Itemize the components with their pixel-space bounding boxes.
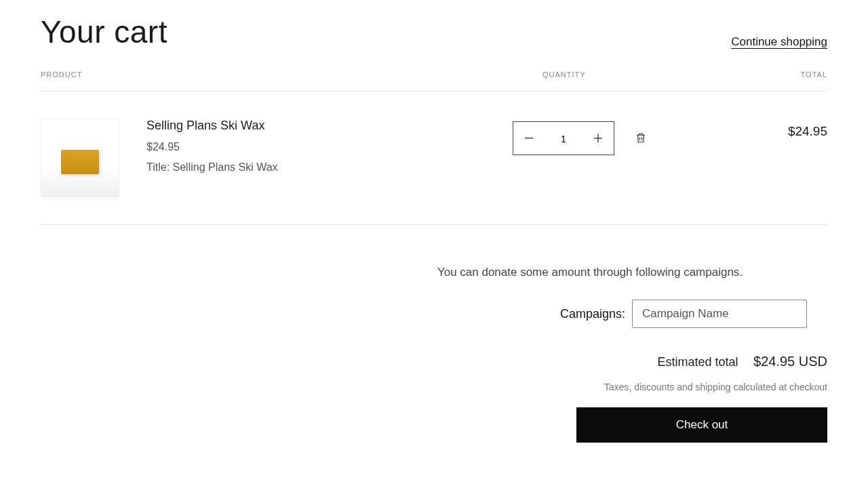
product-column-header: PRODUCT [41,70,515,79]
product-title-line: Title: Selling Plans Ski Wax [146,161,499,174]
quantity-input[interactable] [545,122,583,155]
product-thumbnail [41,119,119,197]
estimated-total-amount: $24.95 USD [753,354,827,369]
product-price: $24.95 [146,141,499,153]
line-total: $24.95 [682,119,827,139]
remove-item-button[interactable] [635,131,647,146]
product-name: Selling Plans Ski Wax [146,119,499,133]
donate-message: You can donate some amount through follo… [353,266,827,279]
trash-icon [635,131,647,144]
campaigns-select[interactable]: Campaign Name [632,300,807,328]
checkout-button[interactable]: Check out [576,407,827,443]
tax-note: Taxes, discounts and shipping calculated… [41,382,827,392]
svg-rect-2 [594,138,602,139]
minus-icon [525,138,533,139]
page-title: Your cart [41,14,167,50]
product-image [61,150,99,174]
increase-quantity-button[interactable] [583,122,614,155]
svg-rect-0 [525,138,533,139]
quantity-column-header: QUANTITY [515,70,712,79]
cart-item-row: Selling Plans Ski Wax $24.95 Title: Sell… [41,92,827,225]
decrease-quantity-button[interactable] [513,122,545,155]
estimated-total-label: Estimated total [658,355,738,369]
cart-table-header: PRODUCT QUANTITY TOTAL [41,70,827,92]
continue-shopping-link[interactable]: Continue shopping [731,35,827,49]
total-column-header: TOTAL [712,70,827,79]
quantity-stepper [513,121,614,155]
campaigns-label: Campaigns: [560,307,625,321]
plus-icon [594,134,602,142]
